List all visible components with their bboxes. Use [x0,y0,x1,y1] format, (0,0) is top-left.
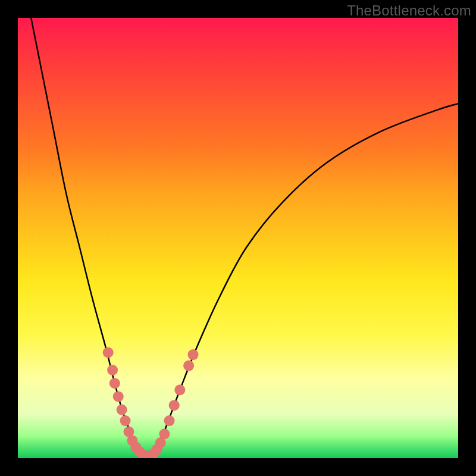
highlight-dot [174,384,185,395]
chart-frame: TheBottleneck.com [0,0,476,476]
highlight-dot [169,400,180,411]
plot-area [18,18,458,458]
highlight-dot [103,347,114,358]
highlight-dot [113,391,124,402]
highlight-dot [164,415,175,426]
watermark-text: TheBottleneck.com [347,2,471,19]
highlight-dot [117,405,127,415]
highlight-dot [109,378,120,389]
highlight-dot [107,365,118,375]
highlight-dot [120,415,131,426]
highlight-dot [183,361,194,371]
highlight-dot [159,428,170,439]
bottleneck-curve [31,18,458,457]
highlight-dot [188,349,199,360]
curve-svg [18,18,458,458]
highlight-dots [103,347,199,458]
